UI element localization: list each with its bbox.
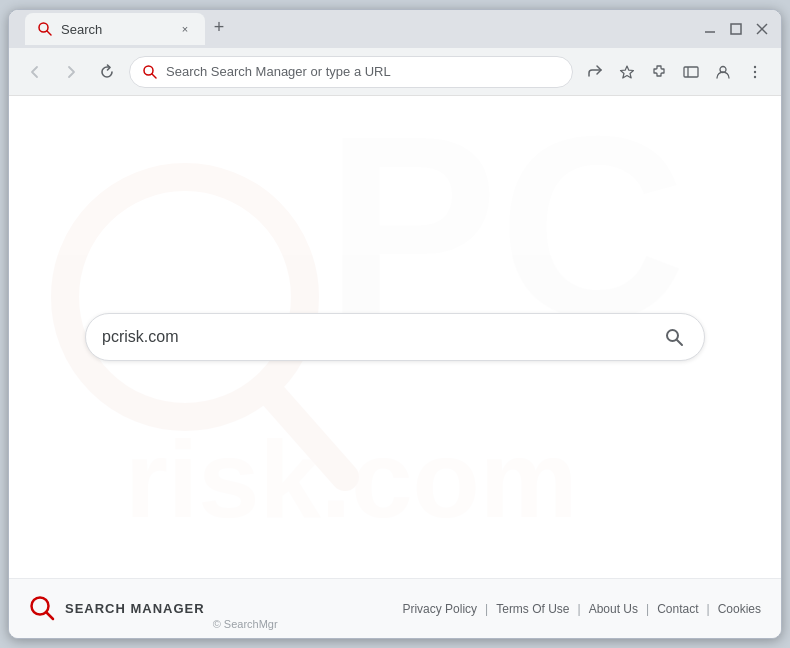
reload-button[interactable] [93,58,121,86]
about-us-link[interactable]: About Us [589,602,638,616]
svg-point-13 [754,70,756,72]
search-submit-button[interactable] [660,323,688,351]
nav-bar: Search Search Manager or type a URL [9,48,781,96]
svg-line-16 [270,392,345,477]
active-tab[interactable]: Search × [25,13,205,45]
footer-logo-icon [29,595,57,623]
contact-link[interactable]: Contact [657,602,698,616]
menu-button[interactable] [741,58,769,86]
menu-icon [747,64,763,80]
svg-rect-3 [731,24,741,34]
maximize-icon[interactable] [729,22,743,36]
tabs-area: Search × + [17,13,703,45]
divider-2: | [578,602,581,616]
share-button[interactable] [581,58,609,86]
nav-actions [581,58,769,86]
forward-button[interactable] [57,58,85,86]
svg-line-7 [152,74,156,78]
forward-icon [63,64,79,80]
minimize-icon[interactable] [703,22,717,36]
svg-line-20 [677,340,682,345]
search-box[interactable] [85,313,705,361]
puzzle-icon [651,64,667,80]
svg-line-22 [46,612,53,619]
star-icon [619,64,635,80]
address-text: Search Search Manager or type a URL [166,64,560,79]
bookmark-button[interactable] [613,58,641,86]
back-button[interactable] [21,58,49,86]
svg-point-12 [754,65,756,67]
window-controls [703,22,773,36]
svg-rect-9 [684,67,698,77]
search-magnifier-icon [664,327,684,347]
cookies-link[interactable]: Cookies [718,602,761,616]
tab-title: Search [61,22,169,37]
divider-3: | [646,602,649,616]
page-footer: SEARCH MANAGER © SearchMgr Privacy Polic… [9,578,781,638]
privacy-policy-link[interactable]: Privacy Policy [402,602,477,616]
svg-point-14 [754,75,756,77]
side-panel-icon [683,64,699,80]
browser-window: Search × + [8,9,782,639]
svg-text:risk.com: risk.com [125,417,577,540]
svg-line-1 [47,31,51,35]
close-window-icon[interactable] [755,22,769,36]
footer-links: Privacy Policy | Terms Of Use | About Us… [402,602,761,616]
page-content: PC risk.com [9,96,781,578]
extensions-button[interactable] [645,58,673,86]
address-search-icon [142,64,158,80]
divider-4: | [707,602,710,616]
search-area [85,313,705,361]
svg-point-15 [65,177,305,417]
footer-brand-name: SEARCH MANAGER [65,601,205,616]
divider-1: | [485,602,488,616]
profile-icon [715,64,731,80]
address-bar[interactable]: Search Search Manager or type a URL [129,56,573,88]
title-bar: Search × + [9,10,781,48]
terms-of-use-link[interactable]: Terms Of Use [496,602,569,616]
tab-search-icon [37,21,53,37]
side-panel-button[interactable] [677,58,705,86]
share-icon [587,64,603,80]
footer-copyright: © SearchMgr [213,618,278,638]
tab-close-button[interactable]: × [177,21,193,37]
new-tab-button[interactable]: + [205,13,233,41]
reload-icon [99,64,115,80]
svg-marker-8 [621,66,634,78]
footer-brand: SEARCH MANAGER [29,595,205,623]
profile-button[interactable] [709,58,737,86]
search-input[interactable] [102,328,648,346]
back-icon [27,64,43,80]
